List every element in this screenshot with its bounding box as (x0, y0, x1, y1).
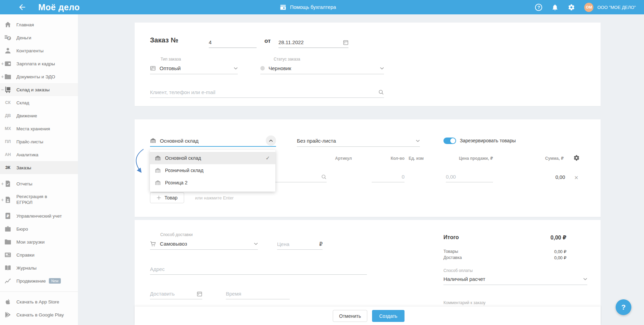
price-input[interactable] (446, 174, 493, 180)
add-product-button[interactable]: Товар (150, 192, 184, 203)
col-header-summa: Сумма, ₽ (512, 156, 564, 161)
sidebar-item-sklad-i-zakazy[interactable]: − Склад и заказы (0, 83, 78, 96)
sidebar-item-spravki[interactable]: Справки (0, 248, 78, 261)
sidebar-item-byuro[interactable]: Бюро (0, 222, 78, 235)
chevron-down-icon (380, 67, 384, 70)
sidebar-item-google-play[interactable]: Скачать в Google Play (0, 308, 78, 321)
sidebar-item-dengi[interactable]: Деньги (0, 31, 78, 44)
delivery-method-select[interactable]: Самовывоз (150, 238, 258, 250)
sidebar-item-dokumenty[interactable]: + Документы и ЭДО (0, 70, 78, 83)
price-field[interactable] (446, 171, 493, 182)
expand-icon[interactable]: + (1, 197, 4, 203)
cash-icon (279, 4, 287, 11)
dropdown-option-roznichnyy-sklad[interactable]: Розничный склад (150, 164, 275, 177)
sidebar-item-zarplata[interactable]: + Зарплата и кадры (0, 57, 78, 70)
avatar: ОМ (584, 3, 593, 12)
order-title: Заказ № (150, 36, 178, 44)
search-icon[interactable] (378, 89, 384, 95)
sidebar-item-moi-zagruzki[interactable]: Мои загрузки (0, 235, 78, 248)
sidebar-item-dvizhenie[interactable]: ДВ Движение (0, 109, 78, 122)
remove-row-icon[interactable]: × (574, 174, 578, 181)
table-settings-gear-icon[interactable] (573, 155, 580, 161)
person-icon (4, 47, 11, 54)
order-type-select[interactable]: Оптовый (150, 63, 238, 74)
order-header-card: Заказ № от Тип заказа Оптовый Статус зак… (135, 23, 601, 106)
order-number-field[interactable] (209, 37, 257, 48)
client-search-field[interactable] (150, 87, 384, 98)
wholesale-icon (150, 65, 156, 71)
app-logo[interactable]: Моё дело (38, 2, 80, 12)
delivery-price-field[interactable]: ₽ (277, 239, 323, 250)
sidebar-item-prays-listy[interactable]: ПЛ Прайс-листы (0, 135, 78, 148)
sidebar-item-upravlencheskiy-uchet[interactable]: Управленческий учет (0, 209, 78, 222)
notifications-bell-icon[interactable] (551, 4, 559, 11)
order-status-label: Статус заказа (274, 57, 300, 62)
warehouse-dropdown: Основной склад ✓ Розничный склад Розница… (150, 150, 275, 192)
chevron-up-icon (269, 139, 273, 142)
sidebar-item-otchety[interactable]: + Отчеты (0, 177, 78, 190)
main-content: Заказ № от Тип заказа Оптовый Статус зак… (78, 14, 644, 325)
warehouse-select[interactable]: Основной склад (150, 135, 276, 147)
order-number-input[interactable] (209, 39, 257, 45)
expand-icon[interactable]: + (1, 61, 4, 66)
qty-input[interactable] (372, 174, 405, 180)
sidebar-item-analitika[interactable]: АН Аналитика (0, 148, 78, 161)
calendar-icon[interactable] (343, 40, 348, 45)
deliver-date-field[interactable] (150, 288, 202, 299)
create-button[interactable]: Создать (372, 310, 405, 322)
deliver-time-field[interactable] (226, 288, 290, 299)
ruble-doc-icon (4, 212, 11, 219)
col-header-artikul: Артикул (318, 156, 352, 161)
sidebar-item-registraciya-egrul[interactable]: + Регистрация в ЕГРЮЛ (0, 190, 78, 209)
order-date-input[interactable] (278, 39, 340, 45)
support-help-fab[interactable]: ? (616, 299, 631, 315)
payment-method-select[interactable]: Наличный расчет (443, 273, 587, 285)
pricelist-select[interactable]: Без прайс-листа (297, 135, 420, 147)
google-play-icon (4, 311, 11, 318)
dropdown-option-osnovnoy-sklad[interactable]: Основной склад ✓ (150, 152, 275, 164)
search-icon (321, 174, 327, 180)
reserve-toggle-label: Зарезервировать товары (460, 138, 516, 143)
collapse-icon[interactable]: − (1, 87, 4, 92)
order-date-field[interactable] (278, 37, 348, 48)
item-code: АН (4, 152, 11, 157)
item-code: МХ (4, 126, 11, 131)
sidebar-item-zakazy-active[interactable]: ЗК Заказы (0, 161, 78, 174)
expand-icon[interactable]: + (1, 74, 4, 79)
order-status-select[interactable]: Черновик (260, 63, 384, 74)
sidebar-item-glavnaya[interactable]: Главная (0, 18, 78, 31)
address-field[interactable] (150, 264, 367, 275)
plus-icon (156, 195, 161, 200)
reserve-toggle[interactable] (443, 138, 456, 144)
payment-method-label: Способ оплаты (443, 268, 473, 273)
from-label: от (264, 38, 271, 44)
sidebar-item-zhurnaly[interactable]: Журналы (0, 261, 78, 274)
deliver-date-input[interactable] (150, 291, 193, 297)
sidebar-item-kontragenty[interactable]: Контрагенты (0, 44, 78, 57)
cancel-button[interactable]: Отменить (333, 310, 367, 322)
sidebar-divider (0, 291, 78, 292)
client-search-input[interactable] (150, 89, 375, 95)
help-icon[interactable]: ? (535, 4, 542, 11)
deliver-time-input[interactable] (226, 291, 290, 297)
warehouse-icon (155, 155, 161, 161)
sidebar-item-prodvizhenie[interactable]: Продвижение New (0, 274, 78, 287)
expand-icon[interactable]: + (1, 181, 4, 186)
chevron-down-icon (583, 278, 587, 281)
calendar-icon[interactable] (197, 291, 202, 297)
sidebar-item-sklad[interactable]: СК Склад (0, 96, 78, 109)
warehouse-icon (150, 138, 156, 144)
delivery-price-input[interactable] (277, 241, 316, 247)
address-input[interactable] (150, 266, 367, 272)
back-arrow-icon[interactable] (18, 3, 27, 12)
chevron-down-icon (254, 243, 258, 245)
qty-field[interactable] (372, 171, 405, 182)
dropdown-option-roznica-2[interactable]: Розница 2 (150, 177, 275, 189)
account-menu[interactable]: ОМ ООО "МОЕ ДЕЛО" (584, 3, 636, 12)
sidebar-item-app-store[interactable]: Скачать в App Store (0, 295, 78, 308)
accountant-help-link[interactable]: Помощь бухгалтера (279, 0, 336, 14)
chevron-down-icon (234, 67, 238, 70)
chevron-up-button[interactable] (266, 135, 276, 146)
settings-gear-icon[interactable] (568, 4, 575, 11)
sidebar-item-mesta-hraneniya[interactable]: МХ Места хранения (0, 122, 78, 135)
